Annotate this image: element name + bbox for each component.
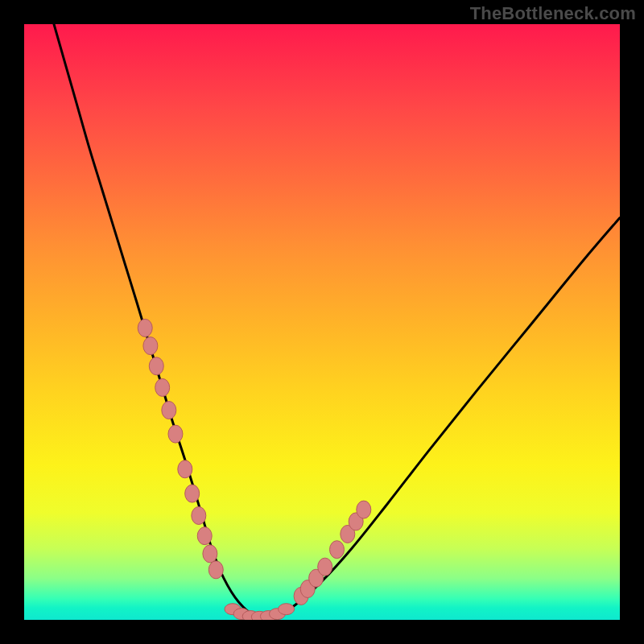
- marker-left-2: [149, 357, 163, 375]
- marker-left-6: [178, 460, 192, 478]
- marker-left-8: [192, 507, 206, 525]
- data-markers: [138, 319, 371, 620]
- bottleneck-curve: [54, 24, 620, 618]
- chart-frame: TheBottleneck.com: [0, 0, 644, 644]
- chart-svg: [24, 24, 620, 620]
- marker-left-1: [143, 337, 158, 355]
- marker-left-5: [168, 425, 183, 443]
- marker-left-11: [208, 561, 223, 579]
- marker-right-7: [357, 501, 371, 518]
- marker-left-3: [155, 378, 170, 396]
- marker-left-0: [138, 319, 152, 336]
- marker-left-4: [162, 402, 176, 419]
- marker-right-3: [318, 558, 332, 576]
- marker-left-10: [203, 545, 217, 563]
- plot-area: [24, 24, 620, 620]
- marker-left-9: [197, 527, 212, 545]
- watermark-label: TheBottleneck.com: [470, 3, 636, 24]
- marker-left-7: [185, 485, 200, 502]
- marker-bottom-6: [279, 604, 295, 615]
- marker-right-4: [330, 541, 345, 559]
